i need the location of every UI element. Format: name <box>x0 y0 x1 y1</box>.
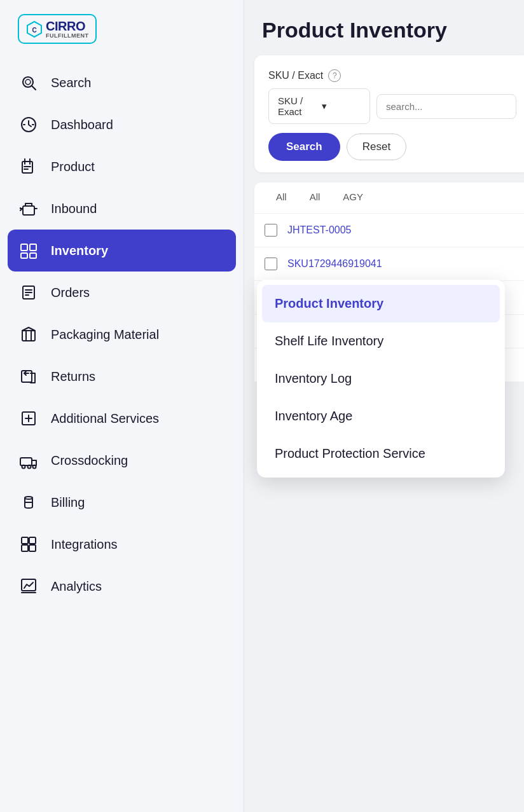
row-sku-1[interactable]: JHTEST-0005 <box>287 224 351 236</box>
sidebar-label-dashboard: Dashboard <box>51 118 113 132</box>
sidebar-label-analytics: Analytics <box>51 579 102 594</box>
chevron-down-icon: ▾ <box>322 100 361 112</box>
tab-all-1[interactable]: All <box>265 182 298 213</box>
svg-rect-18 <box>21 253 27 258</box>
sidebar-item-billing[interactable]: Billing <box>0 481 244 523</box>
integrations-icon <box>18 533 39 555</box>
svg-rect-32 <box>20 458 32 465</box>
row-checkbox-1[interactable] <box>265 224 277 237</box>
logo-box: C CIRRO FULFILLMENT <box>18 14 97 44</box>
help-icon[interactable]: ? <box>328 69 341 82</box>
table-row: JHTEST-0005 <box>254 214 524 247</box>
filter-label: SKU / Exact ? <box>268 69 516 82</box>
sidebar-item-orders[interactable]: Orders <box>0 272 244 313</box>
row-checkbox-2[interactable] <box>265 258 277 270</box>
svg-point-35 <box>33 465 36 469</box>
sidebar-label-inventory: Inventory <box>51 244 108 258</box>
sidebar-item-inventory[interactable]: Inventory <box>8 230 236 272</box>
sidebar-label-billing: Billing <box>51 495 85 510</box>
product-icon <box>18 156 39 177</box>
sidebar-item-product[interactable]: Product <box>0 146 244 188</box>
sidebar-label-search: Search <box>51 76 91 90</box>
sidebar-item-integrations[interactable]: Integrations <box>0 523 244 565</box>
orders-icon <box>18 282 39 303</box>
sidebar-item-analytics[interactable]: Analytics <box>0 565 244 607</box>
analytics-icon <box>18 575 39 597</box>
filter-row: SKU / Exact ▾ <box>268 88 516 124</box>
page-title: Product Inventory <box>244 18 524 55</box>
svg-rect-37 <box>22 537 28 544</box>
svg-rect-39 <box>22 545 28 551</box>
sidebar-label-additional-services: Additional Services <box>51 411 159 426</box>
svg-rect-38 <box>29 537 36 544</box>
search-icon <box>18 72 39 93</box>
dropdown-item-product-protection[interactable]: Product Protection Service <box>257 435 505 472</box>
billing-icon <box>18 492 39 513</box>
svg-rect-40 <box>29 545 36 551</box>
svg-text:C: C <box>32 27 36 34</box>
logo-icon: C <box>25 20 43 38</box>
svg-rect-27 <box>22 371 32 382</box>
svg-rect-16 <box>21 244 27 251</box>
sidebar-label-orders: Orders <box>51 286 90 300</box>
dropdown-item-shelf-life[interactable]: Shelf Life Inventory <box>257 322 505 360</box>
search-button[interactable]: Search <box>268 133 340 161</box>
logo: C CIRRO FULFILLMENT <box>0 0 244 62</box>
sidebar-item-packaging[interactable]: Packaging Material <box>0 313 244 355</box>
search-input[interactable] <box>376 94 516 119</box>
sidebar-item-inbound[interactable]: Inbound <box>0 188 244 230</box>
sidebar-label-product: Product <box>51 160 95 174</box>
packaging-icon <box>18 324 39 345</box>
sidebar-label-packaging: Packaging Material <box>51 327 159 342</box>
svg-point-4 <box>25 79 31 85</box>
additional-services-icon <box>18 408 39 429</box>
sidebar-label-returns: Returns <box>51 369 95 384</box>
sidebar-label-inbound: Inbound <box>51 202 97 216</box>
svg-rect-13 <box>23 206 34 215</box>
svg-rect-17 <box>30 244 36 251</box>
inbound-icon <box>18 198 39 219</box>
svg-rect-19 <box>30 253 36 258</box>
sidebar-item-dashboard[interactable]: Dashboard <box>0 104 244 146</box>
sku-select[interactable]: SKU / Exact ▾ <box>268 88 370 124</box>
sidebar-item-additional-services[interactable]: Additional Services <box>0 397 244 439</box>
tab-agy[interactable]: AGY <box>331 182 375 213</box>
sidebar: C CIRRO FULFILLMENT Search <box>0 0 244 812</box>
select-value: SKU / Exact <box>278 95 317 117</box>
table-row: SKU1729446919041 <box>254 247 524 281</box>
svg-point-34 <box>28 465 31 469</box>
inventory-icon <box>18 240 39 261</box>
filter-card: SKU / Exact ? SKU / Exact ▾ Search Reset <box>254 55 524 172</box>
sidebar-label-crossdocking: Crossdocking <box>51 453 128 468</box>
dropdown-item-product-inventory[interactable]: Product Inventory <box>262 285 500 322</box>
main-content: Product Inventory SKU / Exact ? SKU / Ex… <box>244 0 524 812</box>
sidebar-label-integrations: Integrations <box>51 537 118 552</box>
dropdown-menu: Product Inventory Shelf Life Inventory I… <box>257 280 505 478</box>
crossdocking-icon <box>18 450 39 471</box>
reset-button[interactable]: Reset <box>347 134 406 160</box>
row-sku-2[interactable]: SKU1729446919041 <box>287 258 382 270</box>
sidebar-item-search[interactable]: Search <box>0 62 244 104</box>
dropdown-item-inventory-log[interactable]: Inventory Log <box>257 360 505 397</box>
returns-icon <box>18 366 39 387</box>
svg-point-33 <box>22 465 25 469</box>
filter-buttons: Search Reset <box>268 133 516 161</box>
svg-line-3 <box>32 86 36 90</box>
tabs-row: All All AGY <box>254 182 524 213</box>
dropdown-item-inventory-age[interactable]: Inventory Age <box>257 397 505 435</box>
svg-rect-24 <box>22 331 35 341</box>
logo-cirro: CIRRO <box>46 19 89 34</box>
sidebar-item-crossdocking[interactable]: Crossdocking <box>0 439 244 481</box>
tab-all-2[interactable]: All <box>298 182 332 213</box>
dashboard-icon <box>18 114 39 135</box>
sidebar-item-returns[interactable]: Returns <box>0 355 244 397</box>
logo-fulfillment: FULFILLMENT <box>46 32 89 39</box>
